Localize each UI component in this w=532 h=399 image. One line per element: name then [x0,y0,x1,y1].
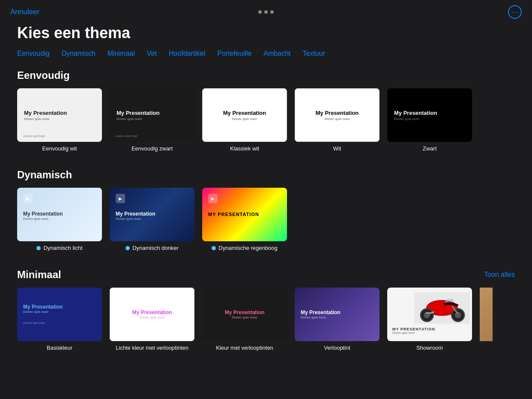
slide-sub: Donec quis nunc [301,315,374,319]
play-icon: ▶ [23,194,33,203]
theme-label-dynamisch-licht: Dynamisch licht [36,245,82,252]
theme-basiskleur[interactable]: My Presentation Donec quis nunc Author a… [17,288,102,351]
page-title: Kies een thema [17,24,515,42]
slide-author: Author and Date [23,135,45,138]
slide-title: My Presentation [132,309,172,315]
slide-title: My Presentation [24,110,95,116]
theme-kleur-verloop[interactable]: My Presentation Donec quis nunc Kleur me… [202,288,287,351]
slide-title: My Presentation [23,304,96,310]
theme-verlooptint[interactable]: My Presentation Donec quis nunc Verloopt… [295,288,380,351]
theme-klassiek-wit[interactable]: My Presentation Donec quis nunc Klassiek… [202,88,287,152]
theme-thumb-basiskleur: My Presentation Donec quis nunc Author a… [17,288,102,341]
section-title-dynamisch: Dynamisch [17,169,72,181]
theme-thumb-eenvoudig-zwart: My Presentation Donec quis nunc Author a… [110,88,194,142]
slide-sub: Donec quis nunc [24,117,95,121]
slide-title: My Presentation [116,211,188,217]
theme-dynamisch-donker[interactable]: ▶ My Presentation Donec quis nunc Dynami… [110,188,194,252]
slide-title: My Presentation [117,110,188,116]
theme-thumb-dynamisch-licht: ▶ My Presentation Donec quis nunc [17,188,102,241]
top-dots [258,10,274,14]
category-eenvoudig[interactable]: Eenvoudig [17,50,50,57]
theme-grid-eenvoudig: My Presentation Donec quis nunc Author a… [17,88,515,152]
section-header-minimaal: Minimaal Toon alles [17,269,515,281]
theme-label-kleur-verloop: Kleur met verlooptinten [216,345,273,351]
category-ambacht[interactable]: Ambacht [263,50,290,57]
theme-lichte-kleur[interactable]: My Presentation Donec quis nunc Lichte k… [110,288,194,351]
slide-sub: Donec quis nunc [232,315,257,319]
section-title-eenvoudig: Eenvoudig [17,69,70,81]
category-minimaal[interactable]: Minimaal [108,50,135,57]
section-header-dynamisch: Dynamisch [17,169,515,181]
theme-label-zwart: Zwart [423,145,437,152]
section-dynamisch: Dynamisch ▶ My Presentation Donec quis n… [17,169,515,252]
more-options-button[interactable]: ⋯ [508,5,522,19]
color-dot [36,246,41,250]
slide-sub: Donec quis nunc [394,117,465,121]
dot-3 [270,10,274,14]
slide-sub: Donec quis nunc [116,217,188,221]
category-hoofdartikel[interactable]: Hoofdartikel [169,50,205,57]
slide-title: My Presentation [225,309,265,315]
slide-sub: Donec quis nunc [392,331,435,334]
theme-thumb-lichte-kleur: My Presentation Donec quis nunc [110,288,194,341]
play-icon: ▶ [208,194,218,203]
showroom-text: MY PRESENTATION Donec quis nunc [392,327,435,334]
theme-thumb-partial [480,288,493,341]
theme-thumb-dynamisch-donker: ▶ My Presentation Donec quis nunc [110,188,194,241]
slide-sub: Donec quis nunc [232,117,257,121]
svg-point-3 [455,312,461,318]
slide-sub: Donec quis nunc [302,117,372,121]
theme-label-wit: Wit [333,145,341,152]
category-vet[interactable]: Vet [147,50,157,57]
theme-label-klassiek-wit: Klassiek wit [230,145,259,152]
category-dynamisch[interactable]: Dynamisch [62,50,96,57]
theme-thumb-zwart: My Presentation Donec quis nunc [387,88,472,142]
theme-grid-dynamisch: ▶ My Presentation Donec quis nunc Dynami… [17,188,515,252]
show-all-button[interactable]: Toon alles [484,271,515,279]
theme-label-basiskleur: Basiskleur [47,345,72,351]
theme-thumb-showroom: MY PRESENTATION Donec quis nunc [387,288,472,341]
top-bar: Annuleer ⋯ [0,0,532,22]
theme-label-lichte-kleur: Lichte kleur met verlooptinten [116,345,188,351]
theme-label-dynamische-regenboog: Dynamische regenboog [212,245,277,252]
slide-sub: Donec quis nunc [23,217,96,221]
color-dot [126,246,130,250]
slide-sub: Donec quis nunc [117,117,188,121]
theme-thumb-klassiek-wit: My Presentation Donec quis nunc [202,88,287,142]
category-portefeuille[interactable]: Portefeuille [217,50,251,57]
slide-title: My Presentation [394,110,465,116]
theme-thumb-dynamische-regenboog: ▶ MY PRESENTATION [202,188,287,241]
category-textuur[interactable]: Textuur [302,50,325,57]
slide-title: MY PRESENTATION [208,212,281,217]
dot-2 [264,10,268,14]
theme-eenvoudig-zwart[interactable]: My Presentation Donec quis nunc Author a… [110,88,194,152]
slide-title: My Presentation [223,110,266,116]
motorcycle-image [414,292,470,324]
section-eenvoudig: Eenvoudig My Presentation Donec quis nun… [17,69,515,152]
theme-label-showroom: Showroom [416,345,443,351]
theme-wit[interactable]: My Presentation Donec quis nunc Wit [295,88,380,152]
category-nav: Eenvoudig Dynamisch Minimaal Vet Hoofdar… [17,50,515,57]
slide-author: Author and Date [116,135,137,138]
color-dot [212,246,216,250]
theme-label-dot-dynamische-regenboog: Dynamische regenboog [212,245,277,251]
annuleer-button[interactable]: Annuleer [10,8,39,16]
theme-label-dynamisch-donker: Dynamisch donker [126,245,179,252]
theme-thumb-wit: My Presentation Donec quis nunc [295,88,380,142]
theme-thumb-verlooptint: My Presentation Donec quis nunc [295,288,380,341]
play-icon: ▶ [116,194,125,203]
theme-thumb-kleur-verloop: My Presentation Donec quis nunc [202,288,287,341]
theme-label-dot-dynamisch-donker: Dynamisch donker [126,245,179,251]
slide-title: My Presentation [302,110,372,116]
theme-thumb-eenvoudig-wit: My Presentation Donec quis nunc Author a… [17,88,102,142]
theme-partial[interactable] [480,288,493,351]
theme-eenvoudig-wit[interactable]: My Presentation Donec quis nunc Author a… [17,88,102,152]
main-content: Kies een thema Eenvoudig Dynamisch Minim… [0,24,532,351]
section-title-minimaal: Minimaal [17,269,61,281]
theme-showroom[interactable]: MY PRESENTATION Donec quis nunc Showroom [387,288,472,351]
theme-dynamische-regenboog[interactable]: ▶ MY PRESENTATION Dynamische regenboog [202,188,287,252]
theme-zwart[interactable]: My Presentation Donec quis nunc Zwart [387,88,472,152]
theme-label-verlooptint: Verlooptint [324,345,350,351]
slide-sub: Donec quis nunc [23,310,96,314]
theme-dynamisch-licht[interactable]: ▶ My Presentation Donec quis nunc Dynami… [17,188,102,252]
